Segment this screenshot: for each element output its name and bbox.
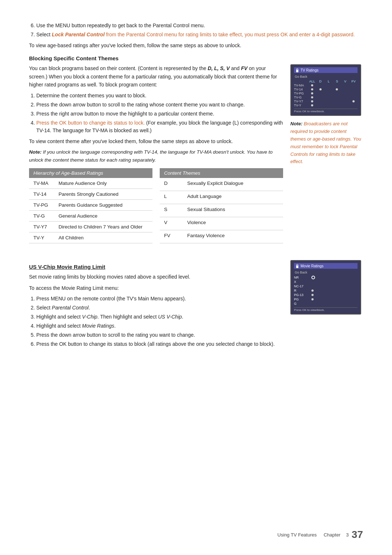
step-7: Select Lock Parental Control from the Pa… <box>36 31 363 39</box>
us-vchip-step-6: Press the OK button to change its status… <box>36 340 283 348</box>
steps-section: Use the MENU button repeatedly to get ba… <box>29 22 363 49</box>
us-vchip-step-1: Press MENU on the remote control (the TV… <box>36 295 283 303</box>
hierarchy-table-row: TV-YAll Children <box>29 232 152 243</box>
us-vchip-intro: Set movie rating limits by blocking movi… <box>29 273 283 281</box>
rating-code: TV-Y <box>29 232 54 243</box>
blocking-steps-list: Determine the content themes you want to… <box>36 92 283 134</box>
unlock-note: To view age-based ratings after you've l… <box>29 41 363 49</box>
tv-ratings-screen: TV Ratings Go Back ALLDLSVFVTV-MATV-14TV… <box>290 64 361 116</box>
hierarchy-table: Hierarchy of Age-Based Ratings TV-MAMatu… <box>29 168 152 243</box>
content-table-row: FVFantasy Violence <box>160 230 283 243</box>
rating-code: TV-MA <box>29 178 54 189</box>
content-code: S <box>160 204 183 217</box>
page-footer: Using TV Features Chapter 3 37 <box>0 529 392 540</box>
us-vchip-step-5: Press the down arrow button to scroll to… <box>36 331 283 339</box>
footer-left-text: Using TV Features <box>277 532 317 538</box>
note-right-label: Note: <box>290 121 304 126</box>
step-4-orange: Press the OK button to change its status… <box>36 120 145 126</box>
content-code: V <box>160 217 183 230</box>
footer-chapter-label: Chapter <box>324 532 340 538</box>
content-desc: Fantasy Violence <box>183 230 283 243</box>
rating-code: TV-PG <box>29 200 54 211</box>
left-column: You can block programs based on their co… <box>29 64 283 249</box>
movie-rating-row: X <box>294 280 358 284</box>
movie-title-text: Movie Ratings <box>301 264 323 268</box>
rating-desc: Mature Audience Only <box>54 178 152 189</box>
us-vchip-access-label: To access the Movie Rating Limit menu: <box>29 284 283 292</box>
nr-circle-icon <box>311 276 315 279</box>
parental-control-italic: Parental Control <box>52 305 89 311</box>
rating-code: TV-14 <box>29 189 54 200</box>
movie-rating-label: PG-13 <box>294 293 309 297</box>
blocking-step-3: Press the right arrow button to move the… <box>36 110 283 118</box>
blocking-intro: You can block programs based on their co… <box>29 64 283 89</box>
blocking-heading: Blocking Specific Content Themes <box>29 55 363 61</box>
main-content-area: You can block programs based on their co… <box>29 64 363 249</box>
step-6: Use the MENU button repeatedly to get ba… <box>36 22 363 29</box>
content-table-row: DSexually Explicit Dialogue <box>160 178 283 191</box>
go-back-text: Go Back <box>294 74 358 80</box>
rating-desc: General Audience <box>54 211 152 222</box>
us-vchip-left: US V-Chip Movie Rating Limit Set movie r… <box>29 256 283 351</box>
movie-rating-row: R <box>294 288 358 293</box>
movie-screen-title: Movie Ratings <box>294 263 358 269</box>
blocking-step-1: Determine the content themes you want to… <box>36 92 283 100</box>
movie-ratings-italic: Movie Ratings <box>82 323 114 329</box>
content-table-row: LAdult Language <box>160 191 283 204</box>
hierarchy-table-header: Hierarchy of Age-Based Ratings <box>29 168 152 178</box>
step-7-text: from the Parental Control menu for ratin… <box>106 32 355 37</box>
content-desc: Violence <box>183 217 283 230</box>
movie-rating-row: PG-13 <box>294 293 358 297</box>
hierarchy-table-row: TV-Y7Directed to Children 7 Years and Ol… <box>29 222 152 232</box>
tv-screen-footer: Press OK to view/block. <box>294 109 358 113</box>
note-label: Note: <box>29 149 42 155</box>
note-text: If you unlock the language corresponding… <box>29 149 273 163</box>
movie-rating-dot <box>311 298 314 300</box>
movie-rating-label: X <box>294 280 309 284</box>
movie-go-back: Go Back <box>294 270 358 275</box>
note-right-text: Broadcasters are not required to provide… <box>290 121 361 164</box>
hierarchy-table-row: TV-MAMature Audience Only <box>29 178 152 189</box>
us-vchip-right: Movie Ratings Go Back NRXNC-17RPG-13PGG … <box>290 256 363 351</box>
movie-rating-dot <box>311 289 314 292</box>
note-block: Note: If you unlock the language corresp… <box>29 148 283 164</box>
rating-desc: Directed to Children 7 Years and Older <box>54 222 152 232</box>
rating-desc: All Children <box>54 232 152 243</box>
us-vchip-italic: US V-Chip <box>158 314 182 320</box>
rating-code: TV-Y7 <box>29 222 54 232</box>
us-vchip-heading: US V-Chip Movie Rating Limit <box>29 264 283 270</box>
movie-rating-label: PG <box>294 297 309 301</box>
content-code: D <box>160 178 183 191</box>
content-themes-table: Content Themes DSexually Explicit Dialog… <box>160 168 283 243</box>
content-code: FV <box>160 230 183 243</box>
movie-rating-row: NR <box>294 275 358 280</box>
svg-rect-0 <box>296 70 298 72</box>
us-vchip-step-2: Select Parental Control. <box>36 304 283 312</box>
content-table-header: Content Themes <box>160 168 283 178</box>
movie-rating-row: PG <box>294 297 358 301</box>
us-vchip-steps: Press MENU on the remote control (the TV… <box>36 295 283 348</box>
rating-desc: Parents Guidance Suggested <box>54 200 152 211</box>
movie-lock-icon <box>295 264 299 268</box>
us-vchip-step-3: Highlight and select V-Chip. Then highli… <box>36 313 283 321</box>
footer-chapter-num: 3 <box>346 532 349 538</box>
movie-rating-row: G <box>294 301 358 306</box>
blocking-step-4: Press the OK button to change its status… <box>36 119 283 134</box>
movie-ratings-list: NRXNC-17RPG-13PGG <box>294 275 358 306</box>
content-desc: Sexually Explicit Dialogue <box>183 178 283 191</box>
page-number: 37 <box>352 529 363 540</box>
page-content: Use the MENU button repeatedly to get ba… <box>0 0 392 373</box>
us-vchip-step-4: Highlight and select Movie Ratings. <box>36 322 283 330</box>
movie-rating-dot <box>311 294 314 296</box>
svg-rect-1 <box>296 266 298 268</box>
note-right-box: Note: Broadcasters are not required to p… <box>290 120 363 166</box>
hierarchy-table-row: TV-14Parents Strongly Cautioned <box>29 189 152 200</box>
tv-ratings-grid: ALLDLSVFVTV-MATV-14TV-PGTV-GTV-Y7TV-Y <box>294 80 358 107</box>
movie-rating-label: NC-17 <box>294 284 309 288</box>
vchip-italic: V-Chip <box>82 314 97 320</box>
movie-screen-footer: Press OK to view/block. <box>294 307 358 312</box>
tv-screen-title: TV Ratings <box>294 67 358 73</box>
movie-rating-row: NC-17 <box>294 284 358 288</box>
unlock-content-note: To view content theme after you've locke… <box>29 137 283 145</box>
movie-ratings-screen: Movie Ratings Go Back NRXNC-17RPG-13PGG … <box>290 260 361 315</box>
